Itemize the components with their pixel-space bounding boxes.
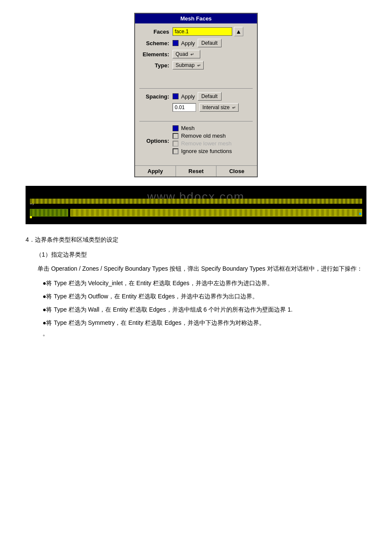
spacing-controls: Apply Default [173, 92, 222, 101]
content-area: 4．边界条件类型和区域类型的设定 （1）指定边界类型 单击 Operation … [26, 234, 366, 339]
apply-button[interactable]: Apply [135, 166, 176, 176]
faces-label: Faces [139, 29, 169, 35]
paragraph1: 单击 Operation / Zones / Specify Boundary … [26, 263, 366, 274]
option-mesh-label: Mesh [181, 125, 195, 131]
elements-dropdown-arrow: ↵ [190, 52, 194, 57]
spacing-row: Spacing: Apply Default [139, 92, 253, 101]
scheme-default-button[interactable]: Default [198, 39, 222, 47]
spacing-input-row: Interval size ↵ [139, 103, 253, 112]
mesh-faces-dialog: Mesh Faces Faces ▲ Scheme: Apply Default… [134, 13, 258, 177]
bullet4: ●将 Type 栏选为 Symmetry，在 Entity 栏选取 Edges，… [43, 318, 366, 339]
spacing-type-value: Interval size [202, 104, 230, 110]
type-label: Type: [139, 62, 169, 69]
type-dropdown[interactable]: Submap ↵ [173, 61, 204, 69]
bullet3: ●将 Type 栏选为 Wall，在 Entity 栏选取 Edges，并选中组… [43, 304, 366, 315]
bullet4-text: ●将 Type 栏选为 Symmetry，在 Entity 栏选取 Edges，… [43, 319, 265, 326]
divider-1 [139, 88, 253, 89]
faces-up-button[interactable]: ▲ [234, 27, 243, 36]
bullet2: ●将 Type 栏选为 Outflow，在 Entity 栏选取 Edges，并… [43, 291, 366, 302]
faces-input[interactable] [173, 27, 232, 36]
type-dropdown-arrow: ↵ [197, 63, 201, 68]
options-row: Options: Mesh Remove old mesh Remove low… [139, 125, 253, 157]
elements-row: Elements: Quad ↵ [139, 50, 253, 58]
option-remove-lower-label: Remove lower mesh [181, 140, 232, 147]
right-dot [359, 213, 361, 215]
option-remove-lower-checkbox[interactable] [173, 141, 179, 147]
yellow-bar [70, 209, 362, 217]
interval-size-dropdown[interactable]: Interval size ↵ [199, 103, 239, 112]
dialog-body: Faces ▲ Scheme: Apply Default Elements: … [135, 23, 257, 163]
section4-header: 4．边界条件类型和区域类型的设定 [26, 234, 366, 245]
bullet1: ●将 Type 栏选为 Velocity_inlet，在 Entity 栏选取 … [43, 278, 366, 289]
green-bar [30, 209, 68, 217]
close-button[interactable]: Close [216, 166, 257, 176]
scheme-label: Scheme: [139, 40, 169, 46]
dialog-container: Mesh Faces Faces ▲ Scheme: Apply Default… [26, 13, 366, 177]
option-ignore-size-checkbox[interactable] [173, 148, 179, 154]
dialog-footer: Apply Reset Close [135, 165, 257, 176]
scheme-checkbox[interactable] [173, 40, 179, 46]
option-mesh-checkbox[interactable] [173, 125, 179, 131]
elements-dropdown[interactable]: Quad ↵ [173, 50, 200, 58]
divider-2 [139, 121, 253, 121]
spacing-default-button[interactable]: Default [198, 92, 222, 101]
scheme-controls: Apply Default [173, 39, 222, 47]
type-value: Submap [176, 62, 195, 68]
dialog-title: Mesh Faces [135, 14, 257, 23]
bullet1-text: ●将 Type 栏选为 Velocity_inlet，在 Entity 栏选取 … [43, 280, 273, 286]
spacing-apply-label: Apply [181, 93, 195, 100]
faces-row: Faces ▲ [139, 27, 253, 36]
spacing-input-field[interactable] [173, 103, 196, 112]
bullet3-text: ●将 Type 栏选为 Wall，在 Entity 栏选取 Edges，并选中组… [43, 306, 293, 313]
options-section: Mesh Remove old mesh Remove lower mesh I… [173, 125, 232, 154]
scheme-row: Scheme: Apply Default [139, 39, 253, 47]
screenshot-area: www.bdocx.com By [26, 186, 366, 224]
top-bar [30, 199, 362, 204]
elements-value: Quad [176, 51, 188, 57]
left-dot [30, 216, 32, 218]
spacing-checkbox[interactable] [173, 93, 179, 99]
type-row: Type: Submap ↵ [139, 61, 253, 69]
spacing-label: Spacing: [139, 93, 169, 100]
reset-button[interactable]: Reset [176, 166, 217, 176]
bullet2-text: ●将 Type 栏选为 Outflow，在 Entity 栏选取 Edges，并… [43, 293, 258, 300]
interval-dropdown-arrow: ↵ [232, 105, 236, 110]
option-remove-old-checkbox[interactable] [173, 133, 179, 139]
sub1-header: （1）指定边界类型 [36, 249, 366, 260]
option-remove-old-label: Remove old mesh [181, 133, 226, 139]
scheme-apply-label: Apply [181, 40, 195, 46]
elements-label: Elements: [139, 51, 169, 58]
options-label: Options: [139, 138, 169, 144]
option-remove-old-row: Remove old mesh [173, 133, 232, 139]
option-mesh-row: Mesh [173, 125, 232, 131]
option-ignore-size-label: Ignore size functions [181, 148, 232, 154]
option-ignore-size-row: Ignore size functions [173, 148, 232, 154]
option-remove-lower-row: Remove lower mesh [173, 140, 232, 147]
